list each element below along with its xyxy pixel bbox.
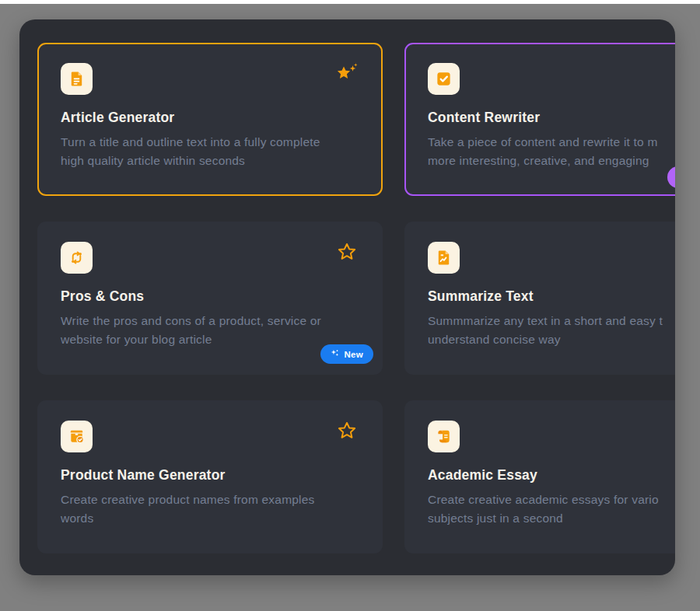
card-description-line: understand concise way [428,330,675,349]
card-title: Product Name Generator [61,467,359,484]
checkbox-icon [428,63,460,95]
card-description-line: Turn a title and outline text into a ful… [61,133,359,152]
card-description: Create creative product names from examp… [61,491,359,528]
card-title: Content Rewriter [428,110,675,126]
card-description: Summmarize any text in a short and easy … [428,312,675,349]
document-icon [61,63,93,95]
card-description-line: subjects just in a second [428,509,675,528]
document-chart-icon [428,242,460,274]
card-summarize-text[interactable]: Summarize Text Summmarize any text in a … [404,222,675,375]
new-badge-label: New [344,350,363,359]
card-description-line: Create creative product names from examp… [61,491,359,509]
top-white-strip [0,0,700,4]
card-description-line: words [61,509,359,528]
card-description-line: Write the pros and cons of a product, se… [61,312,359,330]
card-title: Article Generator [61,110,359,126]
card-title: Pros & Cons [61,288,359,305]
card-academic-essay[interactable]: Academic Essay Create creative academic … [404,400,675,553]
swap-arrows-icon [61,242,93,274]
favorite-star-outline-icon[interactable] [336,242,358,262]
card-description: Create creative academic essays for vari… [428,491,675,528]
favorite-star-filled-icon[interactable] [336,63,358,83]
card-description: Take a piece of content and rewrite it t… [428,133,675,170]
card-description-line: website for your blog article [61,330,359,349]
card-title: Academic Essay [428,467,675,484]
scroll-icon [428,421,460,452]
package-check-icon [61,421,93,452]
card-title: Summarize Text [428,288,675,305]
tools-panel: Article Generator Turn a title and outli… [19,19,675,575]
card-content-rewriter[interactable]: Content Rewriter Take a piece of content… [404,43,675,196]
card-pros-and-cons[interactable]: Pros & Cons Write the pros and cons of a… [37,222,383,375]
new-badge: New [320,344,373,364]
card-description-line: Take a piece of content and rewrite it t… [428,133,675,152]
card-description-line: Summmarize any text in a short and easy … [428,312,675,330]
card-description: Turn a title and outline text into a ful… [61,133,359,170]
card-description-line: high quality article within seconds [61,152,359,170]
sparkles-icon [331,349,339,359]
card-description-line: more interesting, creative, and engaging [428,152,675,170]
card-description: Write the pros and cons of a product, se… [61,312,359,349]
tools-grid: Article Generator Turn a title and outli… [37,43,675,553]
card-description-line: Create creative academic essays for vari… [428,491,675,509]
card-article-generator[interactable]: Article Generator Turn a title and outli… [37,43,383,196]
card-product-name-generator[interactable]: Product Name Generator Create creative p… [37,400,383,553]
favorite-star-outline-icon[interactable] [336,421,358,441]
